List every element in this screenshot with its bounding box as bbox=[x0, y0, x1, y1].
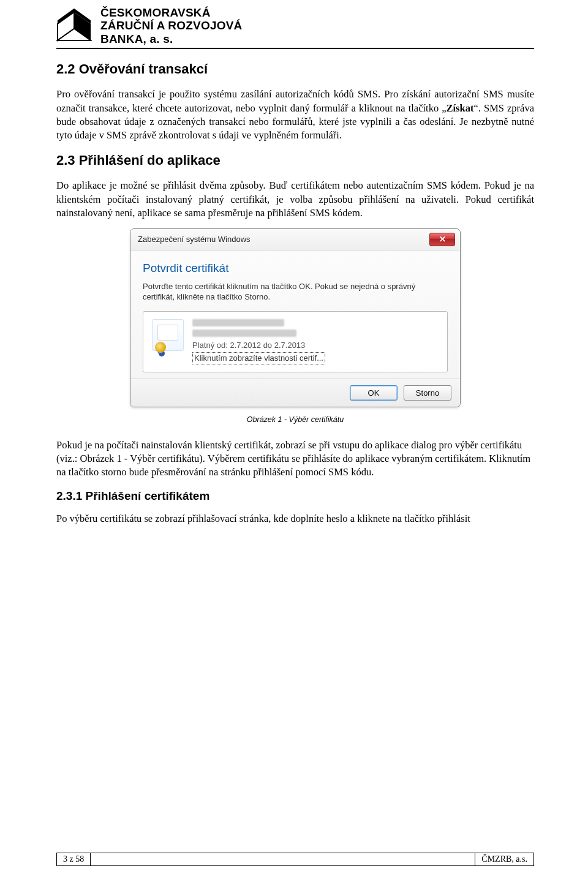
certificate-item[interactable]: Platný od: 2.7.2012 do 2.7.2013 Kliknutí… bbox=[143, 311, 448, 372]
cert-validity: Platný od: 2.7.2012 do 2.7.2013 bbox=[192, 340, 325, 351]
section-2-3-1-text: Po výběru certifikátu se zobrazí přihlaš… bbox=[56, 512, 534, 526]
windows-security-dialog: Zabezpečení systému Windows ✕ Potvrdit c… bbox=[130, 228, 461, 407]
footer-company: ČMZRB, a.s. bbox=[475, 853, 533, 865]
page-footer: 3 z 58 ČMZRB, a.s. bbox=[56, 853, 534, 866]
section-2-3-text: Do aplikace je možné se přihlásit dvěma … bbox=[56, 179, 534, 220]
ok-button[interactable]: OK bbox=[350, 385, 398, 401]
figure-1-caption: Obrázek 1 - Výběr certifikátu bbox=[56, 415, 534, 425]
section-2-3-1-title: 2.3.1 Přihlášení certifikátem bbox=[56, 488, 534, 504]
dialog-titlebar: Zabezpečení systému Windows ✕ bbox=[130, 229, 460, 251]
bold-ziskat: Získat bbox=[447, 102, 474, 114]
dialog-instruction: Potvrďte tento certifikát kliknutím na t… bbox=[143, 281, 448, 303]
cert-details-link[interactable]: Kliknutím zobrazíte vlastnosti certif... bbox=[192, 352, 325, 364]
figure-1: Zabezpečení systému Windows ✕ Potvrdit c… bbox=[56, 228, 534, 407]
after-figure-text: Pokud je na počítači nainstalován klient… bbox=[56, 439, 534, 480]
section-2-3-title: 2.3 Přihlášení do aplikace bbox=[56, 151, 534, 170]
certificate-icon bbox=[152, 319, 184, 351]
page-number: 3 z 58 bbox=[57, 853, 91, 865]
dialog-heading: Potvrdit certifikát bbox=[143, 260, 448, 276]
cancel-button[interactable]: Storno bbox=[404, 385, 451, 401]
close-icon: ✕ bbox=[439, 234, 446, 245]
section-2-2-text: Pro ověřování transakcí je použito systé… bbox=[56, 88, 534, 142]
document-header: ČESKOMORAVSKÁ ZÁRUČNÍ A ROZVOJOVÁ BANKA,… bbox=[56, 6, 534, 45]
cert-name-redacted bbox=[192, 319, 284, 326]
section-2-2-title: 2.2 Ověřování transakcí bbox=[56, 60, 534, 78]
bank-name: ČESKOMORAVSKÁ ZÁRUČNÍ A ROZVOJOVÁ BANKA,… bbox=[100, 6, 242, 45]
close-button[interactable]: ✕ bbox=[429, 233, 455, 246]
header-rule bbox=[56, 48, 534, 49]
dialog-button-bar: OK Storno bbox=[130, 379, 460, 407]
cert-issuer-redacted bbox=[192, 330, 296, 337]
bank-logo bbox=[56, 6, 92, 42]
dialog-window-title: Zabezpečení systému Windows bbox=[138, 234, 251, 245]
